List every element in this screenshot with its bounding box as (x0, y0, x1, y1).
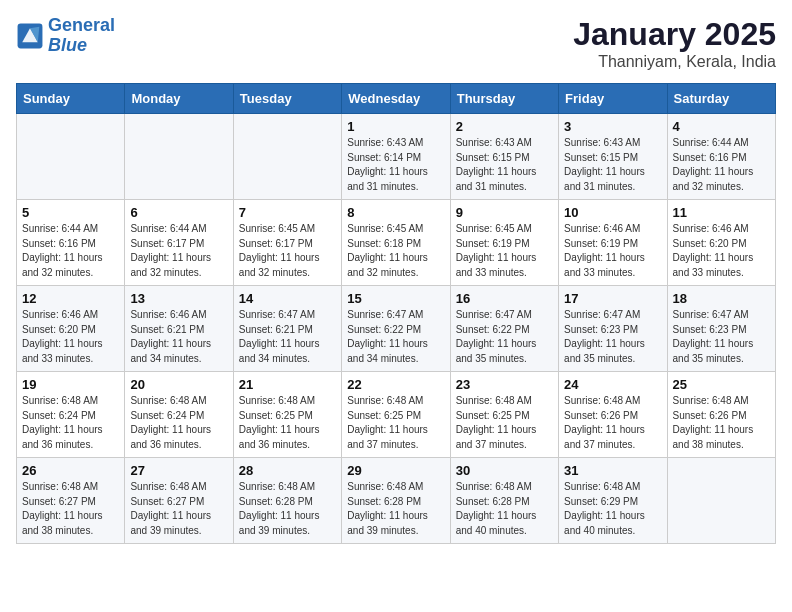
calendar-cell: 13Sunrise: 6:46 AMSunset: 6:21 PMDayligh… (125, 286, 233, 372)
calendar-cell: 15Sunrise: 6:47 AMSunset: 6:22 PMDayligh… (342, 286, 450, 372)
header-saturday: Saturday (667, 84, 775, 114)
calendar-cell: 21Sunrise: 6:48 AMSunset: 6:25 PMDayligh… (233, 372, 341, 458)
logo: General Blue (16, 16, 115, 56)
day-number: 17 (564, 291, 661, 306)
cell-info: Sunrise: 6:43 AMSunset: 6:15 PMDaylight:… (456, 136, 553, 194)
day-number: 15 (347, 291, 444, 306)
calendar-cell: 31Sunrise: 6:48 AMSunset: 6:29 PMDayligh… (559, 458, 667, 544)
header-monday: Monday (125, 84, 233, 114)
calendar-cell: 24Sunrise: 6:48 AMSunset: 6:26 PMDayligh… (559, 372, 667, 458)
week-row-5: 26Sunrise: 6:48 AMSunset: 6:27 PMDayligh… (17, 458, 776, 544)
week-row-2: 5Sunrise: 6:44 AMSunset: 6:16 PMDaylight… (17, 200, 776, 286)
cell-info: Sunrise: 6:46 AMSunset: 6:20 PMDaylight:… (22, 308, 119, 366)
calendar-cell: 25Sunrise: 6:48 AMSunset: 6:26 PMDayligh… (667, 372, 775, 458)
header-friday: Friday (559, 84, 667, 114)
week-row-4: 19Sunrise: 6:48 AMSunset: 6:24 PMDayligh… (17, 372, 776, 458)
day-number: 16 (456, 291, 553, 306)
day-number: 12 (22, 291, 119, 306)
calendar-cell (667, 458, 775, 544)
calendar-cell: 7Sunrise: 6:45 AMSunset: 6:17 PMDaylight… (233, 200, 341, 286)
cell-info: Sunrise: 6:48 AMSunset: 6:26 PMDaylight:… (673, 394, 770, 452)
cell-info: Sunrise: 6:48 AMSunset: 6:25 PMDaylight:… (456, 394, 553, 452)
day-number: 3 (564, 119, 661, 134)
calendar-cell: 22Sunrise: 6:48 AMSunset: 6:25 PMDayligh… (342, 372, 450, 458)
cell-info: Sunrise: 6:47 AMSunset: 6:22 PMDaylight:… (456, 308, 553, 366)
cell-info: Sunrise: 6:48 AMSunset: 6:26 PMDaylight:… (564, 394, 661, 452)
calendar-cell: 5Sunrise: 6:44 AMSunset: 6:16 PMDaylight… (17, 200, 125, 286)
day-number: 10 (564, 205, 661, 220)
day-number: 20 (130, 377, 227, 392)
day-number: 9 (456, 205, 553, 220)
calendar-cell: 29Sunrise: 6:48 AMSunset: 6:28 PMDayligh… (342, 458, 450, 544)
subtitle: Thanniyam, Kerala, India (573, 53, 776, 71)
day-number: 8 (347, 205, 444, 220)
cell-info: Sunrise: 6:48 AMSunset: 6:28 PMDaylight:… (347, 480, 444, 538)
calendar-cell: 4Sunrise: 6:44 AMSunset: 6:16 PMDaylight… (667, 114, 775, 200)
day-number: 21 (239, 377, 336, 392)
day-number: 31 (564, 463, 661, 478)
calendar-cell: 1Sunrise: 6:43 AMSunset: 6:14 PMDaylight… (342, 114, 450, 200)
logo-text: General Blue (48, 16, 115, 56)
day-number: 18 (673, 291, 770, 306)
calendar-cell: 10Sunrise: 6:46 AMSunset: 6:19 PMDayligh… (559, 200, 667, 286)
cell-info: Sunrise: 6:43 AMSunset: 6:15 PMDaylight:… (564, 136, 661, 194)
cell-info: Sunrise: 6:44 AMSunset: 6:16 PMDaylight:… (673, 136, 770, 194)
day-number: 28 (239, 463, 336, 478)
week-row-1: 1Sunrise: 6:43 AMSunset: 6:14 PMDaylight… (17, 114, 776, 200)
calendar-cell: 14Sunrise: 6:47 AMSunset: 6:21 PMDayligh… (233, 286, 341, 372)
cell-info: Sunrise: 6:47 AMSunset: 6:22 PMDaylight:… (347, 308, 444, 366)
calendar-cell (233, 114, 341, 200)
day-number: 1 (347, 119, 444, 134)
cell-info: Sunrise: 6:44 AMSunset: 6:17 PMDaylight:… (130, 222, 227, 280)
calendar-cell: 17Sunrise: 6:47 AMSunset: 6:23 PMDayligh… (559, 286, 667, 372)
cell-info: Sunrise: 6:47 AMSunset: 6:23 PMDaylight:… (673, 308, 770, 366)
calendar-header-row: SundayMondayTuesdayWednesdayThursdayFrid… (17, 84, 776, 114)
day-number: 11 (673, 205, 770, 220)
cell-info: Sunrise: 6:48 AMSunset: 6:24 PMDaylight:… (22, 394, 119, 452)
logo-icon (16, 22, 44, 50)
day-number: 22 (347, 377, 444, 392)
day-number: 13 (130, 291, 227, 306)
cell-info: Sunrise: 6:48 AMSunset: 6:29 PMDaylight:… (564, 480, 661, 538)
calendar-cell: 2Sunrise: 6:43 AMSunset: 6:15 PMDaylight… (450, 114, 558, 200)
day-number: 30 (456, 463, 553, 478)
calendar-cell: 6Sunrise: 6:44 AMSunset: 6:17 PMDaylight… (125, 200, 233, 286)
cell-info: Sunrise: 6:48 AMSunset: 6:27 PMDaylight:… (130, 480, 227, 538)
calendar-table: SundayMondayTuesdayWednesdayThursdayFrid… (16, 83, 776, 544)
cell-info: Sunrise: 6:45 AMSunset: 6:19 PMDaylight:… (456, 222, 553, 280)
calendar-cell: 27Sunrise: 6:48 AMSunset: 6:27 PMDayligh… (125, 458, 233, 544)
logo-line2: Blue (48, 35, 87, 55)
cell-info: Sunrise: 6:48 AMSunset: 6:24 PMDaylight:… (130, 394, 227, 452)
cell-info: Sunrise: 6:46 AMSunset: 6:20 PMDaylight:… (673, 222, 770, 280)
cell-info: Sunrise: 6:46 AMSunset: 6:19 PMDaylight:… (564, 222, 661, 280)
cell-info: Sunrise: 6:47 AMSunset: 6:23 PMDaylight:… (564, 308, 661, 366)
calendar-cell: 9Sunrise: 6:45 AMSunset: 6:19 PMDaylight… (450, 200, 558, 286)
cell-info: Sunrise: 6:46 AMSunset: 6:21 PMDaylight:… (130, 308, 227, 366)
main-title: January 2025 (573, 16, 776, 53)
cell-info: Sunrise: 6:48 AMSunset: 6:25 PMDaylight:… (347, 394, 444, 452)
calendar-cell: 18Sunrise: 6:47 AMSunset: 6:23 PMDayligh… (667, 286, 775, 372)
calendar-cell (17, 114, 125, 200)
day-number: 27 (130, 463, 227, 478)
cell-info: Sunrise: 6:48 AMSunset: 6:28 PMDaylight:… (239, 480, 336, 538)
logo-line1: General (48, 15, 115, 35)
calendar-cell: 19Sunrise: 6:48 AMSunset: 6:24 PMDayligh… (17, 372, 125, 458)
calendar-cell (125, 114, 233, 200)
header-wednesday: Wednesday (342, 84, 450, 114)
day-number: 2 (456, 119, 553, 134)
header-thursday: Thursday (450, 84, 558, 114)
header-sunday: Sunday (17, 84, 125, 114)
day-number: 5 (22, 205, 119, 220)
cell-info: Sunrise: 6:43 AMSunset: 6:14 PMDaylight:… (347, 136, 444, 194)
calendar-cell: 11Sunrise: 6:46 AMSunset: 6:20 PMDayligh… (667, 200, 775, 286)
day-number: 4 (673, 119, 770, 134)
calendar-cell: 12Sunrise: 6:46 AMSunset: 6:20 PMDayligh… (17, 286, 125, 372)
calendar-cell: 20Sunrise: 6:48 AMSunset: 6:24 PMDayligh… (125, 372, 233, 458)
cell-info: Sunrise: 6:47 AMSunset: 6:21 PMDaylight:… (239, 308, 336, 366)
cell-info: Sunrise: 6:48 AMSunset: 6:27 PMDaylight:… (22, 480, 119, 538)
calendar-cell: 28Sunrise: 6:48 AMSunset: 6:28 PMDayligh… (233, 458, 341, 544)
day-number: 19 (22, 377, 119, 392)
day-number: 29 (347, 463, 444, 478)
calendar-cell: 16Sunrise: 6:47 AMSunset: 6:22 PMDayligh… (450, 286, 558, 372)
week-row-3: 12Sunrise: 6:46 AMSunset: 6:20 PMDayligh… (17, 286, 776, 372)
